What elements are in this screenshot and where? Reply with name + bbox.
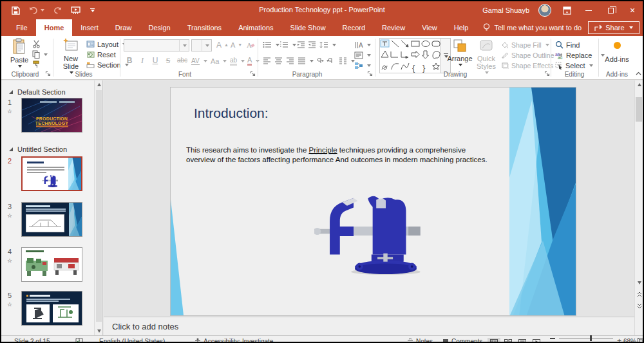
tab-insert[interactable]: Insert: [72, 19, 107, 36]
text-direction-ltr-button[interactable]: [315, 56, 324, 66]
notes-pane[interactable]: Click to add notes: [104, 317, 643, 335]
normal-view-button[interactable]: [488, 338, 500, 343]
cut-button[interactable]: [32, 39, 41, 49]
change-case-button[interactable]: Aa: [211, 56, 227, 66]
ribbon-display-options-icon[interactable]: [560, 4, 573, 17]
slide-title[interactable]: Introduction:: [194, 106, 269, 121]
spell-check-icon[interactable]: [75, 338, 83, 343]
align-right-button[interactable]: [286, 56, 294, 66]
bold-button[interactable]: B: [124, 56, 135, 65]
fit-slide-to-window-icon[interactable]: [638, 338, 644, 343]
replace-button[interactable]: abacReplace: [555, 50, 605, 60]
paragraph-dialog-launcher[interactable]: [367, 71, 374, 77]
shape-effects-button[interactable]: Shape Effects: [501, 60, 561, 70]
align-text-button[interactable]: [354, 50, 371, 60]
previous-slide-button[interactable]: [635, 290, 643, 299]
scrollbar-thumb[interactable]: [636, 97, 642, 122]
restore-icon[interactable]: [604, 4, 617, 17]
close-icon[interactable]: ×: [626, 4, 639, 17]
reading-view-button[interactable]: [516, 338, 529, 343]
slide-counter[interactable]: Slide 2 of 15: [14, 338, 50, 343]
new-slide-button[interactable]: New Slide: [58, 38, 84, 74]
zoom-out-button[interactable]: [550, 338, 555, 339]
increase-indent-button[interactable]: [308, 40, 316, 50]
align-center-button[interactable]: [274, 56, 283, 66]
zoom-in-button[interactable]: +: [617, 337, 621, 343]
addins-button[interactable]: Add-ins: [603, 38, 631, 63]
tab-transitions[interactable]: Transitions: [179, 19, 230, 36]
font-name-combo[interactable]: [124, 39, 189, 51]
font-size-combo[interactable]: [191, 39, 212, 51]
tab-record[interactable]: Record: [334, 19, 374, 36]
quick-styles-button[interactable]: Quick Styles: [474, 38, 498, 74]
tab-design[interactable]: Design: [140, 19, 178, 36]
slide-2-thumbnail[interactable]: [21, 156, 82, 191]
zoom-slider-thumb[interactable]: [590, 335, 592, 341]
notes-placeholder[interactable]: Click to add notes: [112, 322, 178, 331]
scroll-down-icon[interactable]: [635, 279, 643, 287]
tab-review[interactable]: Review: [374, 19, 413, 36]
shapes-gallery[interactable]: { }: [379, 38, 441, 73]
tab-slideshow[interactable]: Slide Show: [282, 19, 334, 36]
share-button[interactable]: Share: [588, 21, 639, 34]
panel-scroll-down-icon[interactable]: [95, 327, 103, 335]
italic-button[interactable]: I: [137, 56, 148, 66]
comments-toggle[interactable]: Comments: [442, 338, 482, 343]
section-button[interactable]: Section: [86, 60, 129, 70]
tab-animations[interactable]: Animations: [230, 19, 281, 36]
slide-canvas[interactable]: Introduction: This research aims to inve…: [170, 87, 576, 316]
accessibility-status[interactable]: Accessibility: Investigate: [194, 338, 273, 343]
line-spacing-button[interactable]: [319, 40, 336, 50]
text-direction-button[interactable]: A: [354, 40, 371, 50]
clear-formatting-button[interactable]: A: [246, 40, 255, 50]
language-status[interactable]: English (United States): [99, 338, 165, 343]
strikethrough-button[interactable]: S: [162, 56, 174, 66]
user-avatar[interactable]: [538, 4, 551, 17]
next-slide-button[interactable]: [635, 302, 643, 310]
shape-fill-button[interactable]: Shape Fill: [501, 40, 549, 50]
columns-button[interactable]: [339, 56, 355, 66]
character-spacing-button[interactable]: AV: [191, 56, 207, 66]
section-header-untitled[interactable]: Untitled Section: [9, 145, 67, 153]
align-left-button[interactable]: [263, 56, 271, 66]
justify-button[interactable]: [298, 56, 314, 66]
convert-smartart-button[interactable]: [354, 60, 371, 70]
arrange-button[interactable]: Arrange: [447, 38, 473, 66]
format-painter-button[interactable]: [32, 60, 41, 70]
collapse-ribbon-button[interactable]: [636, 68, 641, 78]
select-button[interactable]: Select: [555, 60, 593, 70]
shape-outline-button[interactable]: Shape Outline: [501, 50, 562, 60]
tab-view[interactable]: View: [413, 19, 446, 36]
tab-draw[interactable]: Draw: [107, 19, 140, 36]
drawing-dialog-launcher[interactable]: [544, 71, 551, 77]
underline-button[interactable]: U: [149, 56, 161, 65]
panel-scrollbar[interactable]: [94, 80, 102, 335]
zoom-level[interactable]: 68%: [623, 338, 636, 343]
numbering-button[interactable]: [279, 40, 296, 50]
font-dialog-launcher[interactable]: [250, 71, 256, 77]
reset-button[interactable]: Reset: [86, 50, 116, 59]
slideshow-view-button[interactable]: [530, 338, 543, 343]
vise-image[interactable]: [314, 195, 433, 275]
zoom-slider[interactable]: [559, 338, 613, 338]
slide-3-thumbnail[interactable]: [21, 202, 82, 237]
scroll-up-icon[interactable]: [635, 80, 643, 89]
paste-button[interactable]: Paste: [8, 38, 31, 68]
slide-1-thumbnail[interactable]: PRODUCTION TECHNOLOGY: [21, 98, 82, 133]
grow-font-button[interactable]: A▲: [216, 40, 229, 50]
tab-file[interactable]: File: [8, 19, 36, 36]
user-name[interactable]: Gamal Shuayb: [482, 6, 529, 14]
bullets-button[interactable]: [263, 40, 279, 50]
tell-me-box[interactable]: Tell me what you want to do: [477, 19, 588, 36]
text-direction-rtl-button[interactable]: [327, 56, 336, 66]
tab-help[interactable]: Help: [446, 19, 477, 36]
slide-4-thumbnail[interactable]: [21, 247, 82, 282]
copy-button[interactable]: [32, 50, 48, 59]
highlight-color-button[interactable]: ab: [230, 56, 245, 66]
slide-5-thumbnail[interactable]: [21, 291, 82, 326]
notes-toggle[interactable]: Notes: [407, 338, 433, 343]
find-button[interactable]: Find: [555, 40, 580, 50]
clipboard-dialog-launcher[interactable]: [45, 71, 52, 77]
slide-sorter-view-button[interactable]: [502, 338, 515, 343]
slide-body-text[interactable]: This research aims to investigate the Pr…: [186, 145, 489, 164]
